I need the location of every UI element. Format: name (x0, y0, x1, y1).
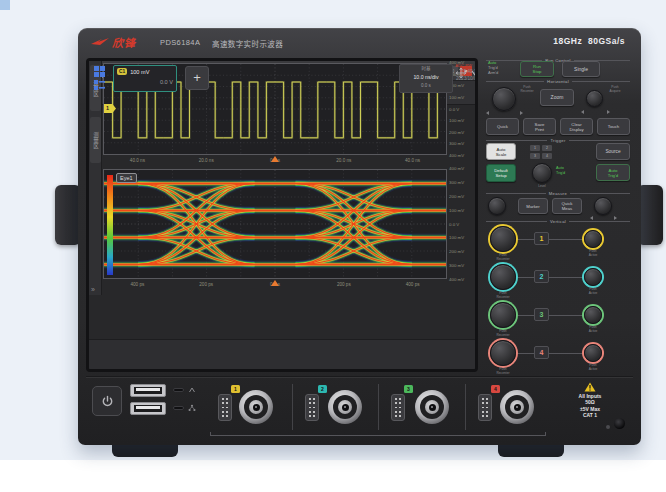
screen[interactable]: 欣锋 文件 设置 显示 触发 测量 光标 数学 分析 工具 帮助 – □ × (86, 58, 478, 372)
vertical-channel2-row: 2 PushRecenter PushActive (482, 262, 634, 298)
trigger-position-icon (271, 280, 279, 286)
ch4-offset-knob[interactable] (490, 340, 516, 366)
ch3-scale-knob[interactable] (584, 306, 602, 324)
run-stop-button[interactable]: RunStop (520, 61, 554, 77)
run-led-labels: Auto Trig'd Arm'd (488, 61, 498, 75)
horizontal-position-knob[interactable] (492, 87, 516, 111)
voltage-axis-2: 400 mV300 mV 200 mV100 mV 0.0 V100 mV 20… (449, 166, 478, 282)
quick-button[interactable]: Quick (486, 118, 519, 135)
save-print-button[interactable]: SavePrint (523, 118, 556, 135)
ch1-scale-knob[interactable] (584, 230, 602, 248)
input3-badge: 3 (404, 385, 413, 393)
input4-pin-header[interactable] (478, 394, 492, 421)
input3-bnc-connector[interactable] (415, 390, 449, 424)
arrow-right-icon (520, 111, 523, 115)
ch4-scale-knob[interactable] (584, 344, 602, 362)
corner-accent (0, 0, 10, 10)
vertical-channel3-row: 3 PushRecenter PushActive (482, 300, 634, 336)
push-active-label: PushActive (580, 364, 606, 372)
input3-pin-header[interactable] (391, 394, 405, 421)
ch1-offset-knob[interactable] (490, 226, 516, 252)
input1-pin-header[interactable] (218, 394, 232, 421)
model-title: 高速数字实时示波器 (212, 38, 283, 49)
measure-cursor-knob[interactable] (594, 197, 612, 215)
arrow-left-icon (486, 111, 489, 115)
zoom-button[interactable]: Zoom (540, 89, 574, 106)
waveform-display-area[interactable]: 波形区 测量区 » ADC PW 1 40.0 ns20.0 ns 0.0 s2… (89, 105, 478, 339)
side-tab-measure[interactable]: 测量区 (90, 117, 101, 163)
ch2-number-button[interactable]: 2 (534, 270, 549, 283)
usb-tongue (136, 406, 160, 409)
section-measure: Measure (486, 191, 630, 196)
ch2-scale-knob[interactable] (584, 268, 602, 286)
clock: 15:40:152023/10/07 (455, 68, 478, 82)
warning-icon (584, 382, 596, 392)
input4-bnc-connector[interactable] (500, 390, 534, 424)
marker-button[interactable]: Marker (518, 198, 548, 214)
ch2-offset-knob[interactable] (490, 264, 516, 290)
push-active-label: PushActive (580, 288, 606, 296)
status-led-1 (173, 388, 184, 392)
usb-port-2[interactable] (130, 402, 166, 415)
auto-trigd-button[interactable]: AutoTrig'd (596, 164, 630, 181)
horizontal-scale-knob[interactable] (586, 90, 603, 107)
channel-divider (465, 384, 466, 430)
quick-meas-button[interactable]: QuickMeas (552, 198, 582, 214)
channel1-status-box[interactable]: C1 100 mV 0.0 V (113, 65, 177, 92)
grid-view-icon[interactable] (94, 66, 105, 77)
ground-terminal[interactable] (614, 418, 625, 429)
channel-bracket (210, 432, 546, 436)
clear-display-button[interactable]: ClearDisplay (560, 118, 593, 135)
input2-badge: 2 (318, 385, 327, 393)
model-number: PDS6184A (160, 38, 200, 47)
time-axis-2: 400 ps200 ps 0.0 s200 ps 400 ps (103, 279, 447, 291)
level-label: Level (532, 185, 552, 189)
ch1-number-button[interactable]: 1 (534, 232, 549, 245)
channel1-badge: C1 (117, 68, 127, 75)
vertical-channel4-row: 4 PushRecenter PushActive (482, 338, 634, 374)
ch4-number-button[interactable]: 4 (534, 346, 549, 359)
chevron-up-icon (188, 386, 196, 394)
channel-divider (292, 384, 293, 430)
background-strip (0, 460, 666, 492)
intensity-colorbar (107, 175, 113, 275)
single-button[interactable]: Single (562, 61, 600, 77)
touch-button[interactable]: Touch (597, 118, 630, 135)
trigger-level-knob[interactable] (532, 163, 552, 183)
front-panel-divider (86, 376, 633, 377)
input1-bnc-connector[interactable] (239, 390, 273, 424)
timebase-title: 时基 (400, 65, 452, 73)
ch3-offset-knob[interactable] (490, 302, 516, 328)
input2-bnc-connector[interactable] (328, 390, 362, 424)
push-recenter-label: PushRecenter (488, 330, 518, 338)
auto-scale-button[interactable]: AutoScale (486, 143, 516, 160)
input4-badge: 4 (491, 385, 500, 393)
status-led-2 (173, 406, 184, 410)
measure-select-knob[interactable] (488, 197, 506, 215)
ch3-number-button[interactable]: 3 (534, 308, 549, 321)
timebase-box[interactable]: 时基 10.0 ns/div 0.0 s (399, 64, 453, 93)
usb-port-1[interactable] (130, 384, 166, 397)
time-axis-1: 40.0 ns20.0 ns 0.0 s20.0 ns 40.0 ns (103, 155, 447, 167)
push-recenter-label: PushRecenter (488, 254, 518, 262)
timebase-scale: 10.0 ns/div (400, 73, 452, 82)
eye-diagram-trace (104, 170, 446, 278)
eye1-tab[interactable]: Eye1 (116, 173, 137, 183)
input2-pin-header[interactable] (305, 394, 319, 421)
brand-logo-icon (90, 37, 110, 47)
eye-diagram-grid[interactable]: Eye1 (103, 169, 447, 279)
channel1-offset: 0.0 V (117, 79, 173, 85)
trigger-position-icon (271, 156, 279, 162)
source-button[interactable]: Source (596, 143, 630, 160)
usb-tongue (136, 388, 160, 391)
spec-label: 18GHz 80GSa/s (553, 36, 625, 46)
power-icon (101, 395, 114, 408)
expand-icon[interactable]: » (91, 286, 95, 293)
oscilloscope-body: 欣锋 PDS6184A 高速数字实时示波器 18GHz 80GSa/s 欣锋 文… (78, 28, 641, 445)
brand-name: 欣锋 (112, 34, 136, 50)
default-setup-button[interactable]: DefaultSetup (486, 164, 516, 182)
list-view-icon[interactable] (94, 80, 105, 91)
power-button[interactable] (92, 386, 122, 416)
push-recenter-label: PushRecenter (516, 86, 538, 94)
add-channel-button[interactable]: + (185, 66, 209, 90)
